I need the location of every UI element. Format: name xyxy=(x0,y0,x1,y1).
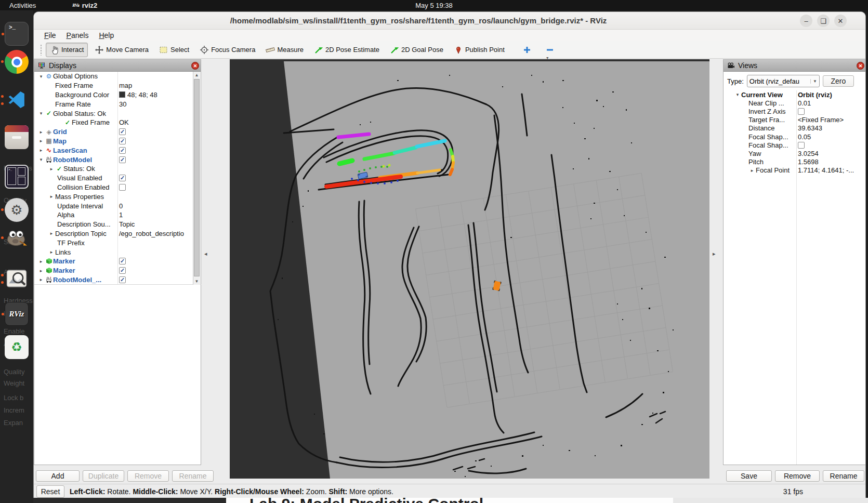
displays-scrollbar[interactable]: ▲ ▼ xyxy=(193,72,200,285)
displays-row[interactable]: ▸Description Topic/ego_robot_descriptio xyxy=(34,229,201,239)
dock-item-terminal[interactable]: >_ xyxy=(5,22,29,46)
activities-button[interactable]: Activities xyxy=(9,2,36,9)
displays-row[interactable]: ▸Links xyxy=(34,247,201,257)
checkbox-unchecked[interactable] xyxy=(798,108,805,115)
displays-row[interactable]: Background Color48; 48; 48 xyxy=(34,90,201,100)
views-row[interactable]: Near Clip ...0.01 xyxy=(724,99,866,107)
checkbox-unchecked[interactable] xyxy=(798,142,805,149)
menu-file[interactable]: File xyxy=(40,31,60,39)
dock-item-gimp[interactable] xyxy=(5,226,29,250)
dock-item-files[interactable] xyxy=(5,125,29,149)
dock-item-image-viewer[interactable] xyxy=(5,268,29,292)
displays-row[interactable]: Visual Enabled✓ xyxy=(34,174,201,183)
expander-closed-icon[interactable]: ▸ xyxy=(48,249,55,255)
expander-closed-icon[interactable]: ▸ xyxy=(48,166,55,171)
views-row[interactable]: Focal Shap...0.05 xyxy=(724,133,866,141)
displays-row[interactable]: Fixed Framemap xyxy=(34,81,201,90)
save-button[interactable]: Save xyxy=(726,470,772,482)
displays-row[interactable]: ▸RobotModel_...✓ xyxy=(34,275,201,285)
tool-measure[interactable]: Measure xyxy=(262,43,307,57)
titlebar[interactable]: /home/modlab/sim_ws/install/f1tenth_gym_… xyxy=(34,12,865,30)
displays-panel-header[interactable]: Displays ✕ xyxy=(34,60,201,72)
expander-open-icon[interactable]: ▾ xyxy=(37,111,45,116)
add-tool-button[interactable] xyxy=(519,43,535,57)
checkbox-checked[interactable]: ✓ xyxy=(119,175,126,181)
scrollbar-thumb[interactable] xyxy=(194,79,200,276)
checkbox-checked[interactable]: ✓ xyxy=(119,258,126,264)
expander-closed-icon[interactable]: ▸ xyxy=(37,138,45,143)
expander-closed-icon[interactable]: ▸ xyxy=(48,194,55,199)
views-row[interactable]: Invert Z Axis xyxy=(724,107,866,115)
add-button[interactable]: Add xyxy=(36,470,80,482)
checkbox-checked[interactable]: ✓ xyxy=(119,276,126,283)
menu-panels[interactable]: Panels xyxy=(62,31,93,39)
checkbox-checked[interactable]: ✓ xyxy=(119,267,126,274)
views-close-icon[interactable]: ✕ xyxy=(857,62,864,70)
maximize-button[interactable]: ❑ xyxy=(817,15,830,27)
expander-closed-icon[interactable]: ▸ xyxy=(748,168,756,173)
clock[interactable]: May 5 19:38 xyxy=(415,2,453,9)
expander-open-icon[interactable]: ▾ xyxy=(734,92,741,97)
menu-help[interactable]: Help xyxy=(95,31,118,39)
displays-row[interactable]: Description Sou...Topic xyxy=(34,220,201,229)
tool-publish-point[interactable]: Publish Point xyxy=(450,43,508,57)
views-panel-header[interactable]: Views ✕ xyxy=(724,60,866,72)
dock-item-recycle[interactable]: ♻ xyxy=(5,335,29,359)
displays-row[interactable]: ▸Mass Properties xyxy=(34,192,201,201)
collapse-right-panel-icon[interactable]: ▸ xyxy=(713,250,716,257)
scroll-down-icon[interactable]: ▼ xyxy=(193,278,200,285)
expander-closed-icon[interactable]: ▸ xyxy=(37,268,45,273)
expander-closed-icon[interactable]: ▸ xyxy=(48,231,55,236)
checkbox-checked[interactable]: ✓ xyxy=(119,128,126,135)
checkbox-unchecked[interactable] xyxy=(119,184,126,191)
tool-2d-pose-estimate[interactable]: 2D Pose Estimate xyxy=(310,43,383,57)
views-row[interactable]: Distance39.6343 xyxy=(724,124,866,133)
displays-row[interactable]: ▸Marker✓ xyxy=(34,266,201,275)
expander-closed-icon[interactable]: ▸ xyxy=(37,277,45,282)
dock-item-rviz[interactable]: RViz xyxy=(5,302,29,326)
views-row[interactable]: Target Fra...<Fixed Frame> xyxy=(724,116,866,124)
displays-row[interactable]: ▸◈Grid✓ xyxy=(34,127,201,137)
displays-row[interactable]: ▾RobotModel✓ xyxy=(34,155,201,164)
tool-interact[interactable]: Interact xyxy=(46,43,88,57)
rename-button[interactable]: Rename xyxy=(823,470,864,482)
views-row[interactable]: Pitch1.5698 xyxy=(724,158,866,166)
views-row[interactable]: ▸Focal Point1.7114; 4.1641; -... xyxy=(724,166,866,175)
zero-button[interactable]: Zero xyxy=(823,75,854,87)
expander-open-icon[interactable]: ▾ xyxy=(37,157,45,162)
displays-row[interactable]: TF Prefix xyxy=(34,238,201,247)
views-row[interactable]: ▾Current ViewOrbit (rviz) xyxy=(724,90,866,99)
displays-row[interactable]: ▾✓Global Status: Ok xyxy=(34,109,201,118)
displays-row[interactable]: ▸∿LaserScan✓ xyxy=(34,145,201,155)
focused-app-indicator[interactable]: RViz rviz2 xyxy=(72,2,97,9)
displays-row[interactable]: Update Interval0 xyxy=(34,201,201,210)
checkbox-checked[interactable]: ✓ xyxy=(119,156,126,163)
remove-tool-button[interactable]: ▼ xyxy=(542,43,558,57)
remove-button[interactable]: Remove xyxy=(775,470,820,482)
displays-row[interactable]: ▾⚙Global Options xyxy=(34,72,201,81)
dock-item-tilix[interactable]: >_ xyxy=(5,165,29,189)
3d-viewport[interactable] xyxy=(230,59,709,479)
dock-item-chrome[interactable] xyxy=(5,50,29,74)
expander-closed-icon[interactable]: ▸ xyxy=(37,129,45,135)
displays-row[interactable]: ✓Fixed FrameOK xyxy=(34,118,201,127)
dock-item-vscode[interactable] xyxy=(5,89,29,113)
views-row[interactable]: Focal Shap... xyxy=(724,141,866,149)
reset-button[interactable]: Reset xyxy=(36,485,64,498)
displays-close-icon[interactable]: ✕ xyxy=(191,62,199,70)
displays-row[interactable]: Collision Enabled xyxy=(34,183,201,192)
close-button[interactable]: ✕ xyxy=(834,15,847,27)
displays-row[interactable]: ▸▦Map✓ xyxy=(34,137,201,146)
tool-2d-goal-pose[interactable]: 2D Goal Pose xyxy=(386,43,447,57)
checkbox-checked[interactable]: ✓ xyxy=(119,147,126,154)
checkbox-checked[interactable]: ✓ xyxy=(119,138,126,144)
tool-select[interactable]: Select xyxy=(155,43,193,57)
displays-row[interactable]: ▸Marker✓ xyxy=(34,257,201,266)
displays-row[interactable]: Alpha1 xyxy=(34,210,201,220)
views-row[interactable]: Yaw3.0254 xyxy=(724,149,866,157)
expander-closed-icon[interactable]: ▸ xyxy=(37,259,45,264)
toolbar-grip[interactable] xyxy=(40,44,43,56)
minimize-button[interactable]: – xyxy=(800,15,812,27)
tool-focus-camera[interactable]: Focus Camera xyxy=(196,43,259,57)
expander-open-icon[interactable]: ▾ xyxy=(37,74,45,79)
